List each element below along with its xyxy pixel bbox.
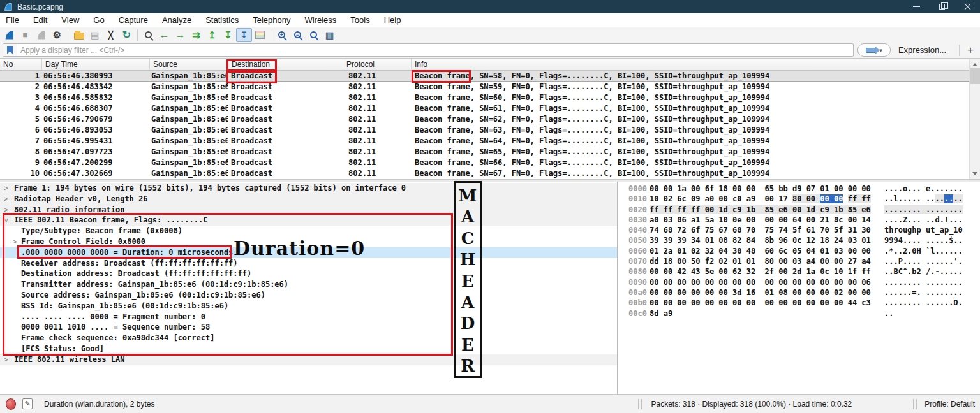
- detail-line[interactable]: Destination address: Broadcast (ff:ff:ff…: [0, 268, 617, 279]
- hex-byte-segment[interactable]: 00 00 1a 00 6f 18 00 00 65 bb d9 07 01 0…: [650, 184, 871, 193]
- expression-button[interactable]: Expression...: [898, 45, 946, 55]
- hex-row[interactable]: 00c08d a9..: [618, 308, 980, 319]
- hex-row[interactable]: 000000 00 1a 00 6f 18 00 00 65 bb d9 07 …: [618, 184, 980, 194]
- filter-bookmark-button[interactable]: [3, 44, 17, 56]
- detail-line[interactable]: .000 0000 0000 0000 = Duration: 0 micros…: [0, 247, 617, 258]
- packet-list-scrollbar[interactable]: [969, 59, 980, 179]
- menu-file[interactable]: File: [0, 13, 26, 27]
- scrollbar-thumb[interactable]: [970, 68, 980, 84]
- hex-byte-segment[interactable]: 74 68 72 6f 75 67 68 70 75 74 5f 61 70 5…: [650, 226, 871, 235]
- scroll-down-icon[interactable]: [972, 172, 977, 175]
- hex-row[interactable]: 005039 39 39 34 01 08 82 84 8b 96 0c 12 …: [618, 235, 980, 245]
- detail-line[interactable]: Source address: Gainspan_1b:85:e6 (00:1d…: [0, 290, 617, 301]
- menu-statistics[interactable]: Statistics: [198, 13, 246, 27]
- packet-row[interactable]: 1006:56:47.302669Gainspan_1b:85:e6Broadc…: [0, 168, 980, 179]
- hex-ascii[interactable]: ....Z... ..d.!...: [884, 215, 963, 225]
- ascii-segment[interactable]: ..: [935, 194, 944, 203]
- restore-button[interactable]: [929, 0, 954, 13]
- column-header-protocol[interactable]: Protocol: [343, 59, 412, 70]
- toolbar-colorize-button[interactable]: [252, 28, 268, 42]
- hex-byte-segment[interactable]: dd 18 00 50 f2 02 01 01 80 00 03 a4 00 0…: [650, 257, 871, 266]
- ascii-segment[interactable]: .*..2.0H `l......: [884, 247, 963, 256]
- hex-byte-segment[interactable]: 00 00: [820, 194, 843, 203]
- toolbar-save-file-button[interactable]: ▤: [87, 28, 103, 42]
- detail-line[interactable]: [FCS Status: Good]: [0, 344, 617, 354]
- expand-icon[interactable]: >: [4, 205, 8, 215]
- hex-byte-segment[interactable]: 00 00 42 43 5e 00 62 32 2f 00 2d 1a 0c 1…: [650, 267, 871, 276]
- hex-byte-segment[interactable]: 01 2a 01 02 32 04 30 48 60 6c 05 04 01 0…: [650, 247, 871, 256]
- hex-bytes[interactable]: 00 00 00 00 00 00 00 00 00 00 00 00 00 0…: [650, 277, 867, 287]
- packet-row[interactable]: 306:56:46.585832Gainspan_1b:85:e6Broadca…: [0, 92, 980, 103]
- add-filter-button[interactable]: +: [959, 45, 974, 56]
- detail-line[interactable]: >Radiotap Header v0, Length 26: [0, 194, 617, 205]
- hex-bytes[interactable]: 00 00 1a 00 6f 18 00 00 65 bb d9 07 01 0…: [650, 184, 867, 194]
- ascii-segment[interactable]: ......=. ........: [884, 288, 963, 297]
- hex-byte-segment[interactable]: 00 00 00 00 00 00 00 00 00 00 00 00 00 0…: [650, 278, 871, 287]
- hex-ascii[interactable]: ........ ........: [884, 205, 963, 215]
- hex-byte-segment[interactable]: 10 02 6c 09 a0 00 c0 a9 00 17: [650, 194, 792, 203]
- menu-wireless[interactable]: Wireless: [297, 13, 343, 27]
- profile-text[interactable]: Profile: Default: [924, 400, 975, 409]
- toolbar-open-file-button[interactable]: [71, 28, 87, 42]
- toolbar-resize-columns-button[interactable]: ▥: [322, 28, 338, 42]
- hex-row[interactable]: 008000 00 42 43 5e 00 62 32 2f 00 2d 1a …: [618, 266, 980, 277]
- hex-ascii[interactable]: ..l..... ........: [884, 194, 963, 204]
- toolbar-capture-options-button[interactable]: ⚙: [49, 28, 65, 42]
- toolbar-restart-capture-button[interactable]: [33, 28, 49, 42]
- close-button[interactable]: [954, 0, 980, 13]
- ascii-segment[interactable]: ..: [953, 194, 962, 203]
- apply-filter-button[interactable]: ▾: [858, 43, 891, 57]
- ascii-segment[interactable]: ..l..... ..: [884, 194, 935, 203]
- ascii-segment[interactable]: ........ ........: [884, 278, 963, 287]
- toolbar-auto-scroll-button[interactable]: ↧: [236, 28, 252, 42]
- hex-bytes[interactable]: ff ff ff ff 00 1d c9 1b 85 e6 00 1d c9 1…: [650, 205, 867, 215]
- detail-line[interactable]: >Frame Control Field: 0x8000: [0, 236, 617, 247]
- column-header-source[interactable]: Source: [150, 59, 228, 70]
- ascii-segment[interactable]: ........ ........: [884, 205, 963, 214]
- hex-ascii[interactable]: ....o... e.......: [884, 184, 963, 194]
- scroll-up-icon[interactable]: [972, 63, 977, 66]
- detail-line[interactable]: >IEEE 802.11 wireless LAN: [0, 354, 617, 365]
- toolbar-go-to-bottom-button[interactable]: ↧: [220, 28, 236, 42]
- detail-line[interactable]: >IEEE 802.11 Beacon frame, Flags: ......…: [0, 215, 617, 226]
- ascii-segment[interactable]: ..: [944, 194, 953, 203]
- toolbar-stop-capture-button[interactable]: ■: [17, 28, 33, 42]
- packet-row[interactable]: 506:56:46.790679Gainspan_1b:85:e6Broadca…: [0, 114, 980, 125]
- hex-byte-segment[interactable]: 8d a9: [650, 309, 672, 318]
- packet-row[interactable]: 906:56:47.200299Gainspan_1b:85:e6Broadca…: [0, 157, 980, 168]
- column-header-destination[interactable]: Destination: [228, 59, 343, 70]
- ascii-segment[interactable]: ....Z... ..d.!...: [884, 215, 963, 224]
- hex-row[interactable]: 0020ff ff ff ff 00 1d c9 1b 85 e6 00 1d …: [618, 205, 980, 215]
- column-header-info[interactable]: Info: [412, 59, 980, 70]
- hex-bytes[interactable]: 74 68 72 6f 75 67 68 70 75 74 5f 61 70 5…: [650, 225, 867, 235]
- hex-ascii[interactable]: ........ ........: [884, 277, 963, 287]
- hex-ascii[interactable]: .*..2.0H `l......: [884, 246, 963, 256]
- detail-line[interactable]: >Frame 1: 194 bytes on wire (1552 bits),…: [0, 183, 617, 194]
- hex-bytes[interactable]: 10 02 6c 09 a0 00 c0 a9 00 17 80 00 00 0…: [650, 194, 867, 204]
- collapse-icon[interactable]: >: [1, 219, 11, 222]
- detail-line[interactable]: BSS Id: Gainspan_1b:85:e6 (00:1d:c9:1b:8…: [0, 301, 617, 312]
- hex-row[interactable]: 0030a0 03 86 a1 5a 10 0e 00 00 00 64 00 …: [618, 215, 980, 225]
- menu-capture[interactable]: Capture: [112, 13, 155, 27]
- hex-ascii[interactable]: ........ ......D.: [884, 298, 963, 308]
- hex-bytes[interactable]: 00 00 00 00 00 00 00 00 00 00 00 00 00 0…: [650, 298, 867, 308]
- detail-line[interactable]: Frame check sequence: 0xa98dc344 [correc…: [0, 333, 617, 344]
- toolbar-zoom-original-button[interactable]: [306, 28, 322, 42]
- menu-analyze[interactable]: Analyze: [155, 13, 198, 27]
- toolbar-go-back-button[interactable]: ←: [156, 28, 172, 42]
- column-header-day-time[interactable]: Day Time: [42, 59, 150, 70]
- menu-go[interactable]: Go: [86, 13, 111, 27]
- hex-byte-segment[interactable]: 80 00: [792, 194, 820, 203]
- hex-row[interactable]: 006001 2a 01 02 32 04 30 48 60 6c 05 04 …: [618, 246, 980, 256]
- detail-line[interactable]: Transmitter address: Gainspan_1b:85:e6 (…: [0, 279, 617, 290]
- expand-icon[interactable]: >: [4, 354, 8, 365]
- capture-comment-icon[interactable]: ✎: [22, 398, 33, 409]
- detail-line[interactable]: .... .... .... 0000 = Fragment number: 0: [0, 312, 617, 322]
- menu-tools[interactable]: Tools: [343, 13, 376, 27]
- hex-ascii[interactable]: throughp ut_ap_10: [884, 225, 963, 235]
- menu-edit[interactable]: Edit: [26, 13, 54, 27]
- hex-byte-segment[interactable]: 00 00 00 00 00 00 00 00 00 00 00 00 00 0…: [650, 298, 871, 307]
- hex-row[interactable]: 009000 00 00 00 00 00 00 00 00 00 00 00 …: [618, 277, 980, 287]
- hex-byte-segment[interactable]: ff ff ff ff 00 1d c9 1b 85 e6 00 1d c9 1…: [650, 205, 871, 214]
- hex-ascii[interactable]: ......=. ........: [884, 287, 963, 298]
